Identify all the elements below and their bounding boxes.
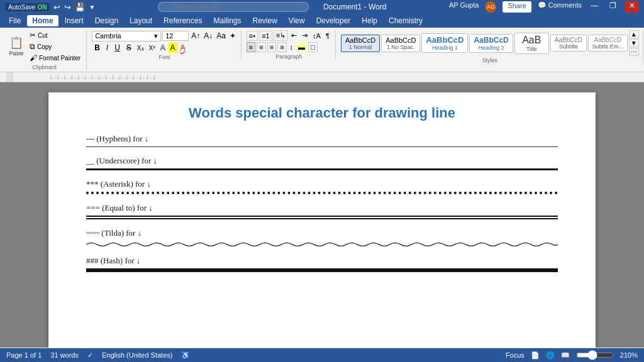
quick-access-more[interactable]: ▼ — [89, 4, 95, 11]
menu-home[interactable]: Home — [27, 15, 58, 26]
style-subtitle[interactable]: AaBbCcD Subtitle — [550, 35, 587, 52]
increase-indent-button[interactable]: ⇥ — [300, 31, 309, 40]
accessibility-icon[interactable]: ♿ — [181, 351, 190, 359]
menu-design[interactable]: Design — [90, 15, 123, 26]
asterisk-label: *** (Asterisk) for ↓ — [86, 179, 558, 189]
line-spacing-button[interactable]: ↕ — [288, 43, 296, 52]
justify-button[interactable]: ≡ — [277, 42, 286, 52]
redo-icon[interactable]: ↪ — [64, 3, 71, 12]
minimize-btn[interactable]: — — [588, 1, 601, 13]
copy-icon: ⧉ — [30, 42, 35, 51]
style-nospace[interactable]: AaBbCcD 1 No Spac. — [381, 35, 420, 52]
italic-button[interactable]: I — [104, 43, 111, 53]
autosave-label: AutoSave — [8, 4, 35, 11]
menu-help[interactable]: Help — [357, 15, 382, 26]
search-input[interactable] — [158, 2, 309, 12]
view-print-icon[interactable]: 📄 — [531, 351, 540, 359]
styles-down-icon[interactable]: ▼ — [629, 39, 639, 47]
menu-review[interactable]: Review — [247, 15, 282, 26]
format-painter-icon: 🖌 — [30, 53, 37, 62]
font-label: Font — [158, 54, 170, 60]
border-button[interactable]: □ — [308, 42, 318, 52]
text-highlight-button[interactable]: A — [169, 43, 177, 53]
tilda-section: ~~~ (Tilda) for ↓ — [86, 228, 558, 247]
title-bar: AutoSave ON ↩ ↪ 💾 ▼ Document1 - Word AP … — [0, 0, 644, 14]
clear-format-icon[interactable]: ✦ — [228, 30, 237, 41]
menu-mailings[interactable]: Mailings — [208, 15, 246, 26]
decrease-indent-button[interactable]: ⇤ — [289, 31, 299, 40]
font-grow-icon[interactable]: A↑ — [190, 30, 201, 41]
save-icon[interactable]: 💾 — [75, 3, 85, 12]
asterisk-section: *** (Asterisk) for ↓ — [86, 179, 558, 194]
font-size-selector[interactable]: 12 — [162, 31, 189, 41]
comments-btn[interactable]: 💬 Comments — [538, 1, 582, 13]
ribbon-paragraph-group: ≡• ≡1 ≡↳ ⇤ ⇥ ↕A ¶ ≡ ≡ ≡ ≡ ↕ ▬ □ Paragrap… — [244, 30, 336, 60]
underline-button[interactable]: U — [112, 43, 123, 53]
sort-button[interactable]: ↕A — [311, 31, 323, 40]
align-center-button[interactable]: ≡ — [257, 42, 265, 52]
font-shrink-icon[interactable]: A↓ — [203, 30, 214, 41]
doc-name: Document1 - Word — [323, 3, 386, 11]
hyphen-label: --- (Hyphens) for ↓ — [86, 134, 558, 144]
user-avatar[interactable]: AG — [485, 1, 496, 13]
menu-insert[interactable]: Insert — [60, 15, 89, 26]
font-case-icon[interactable]: Aa — [215, 30, 227, 41]
style-heading1[interactable]: AaBbCcD Heading 1 — [421, 33, 468, 53]
superscript-button[interactable]: X² — [147, 44, 157, 52]
wavy-container — [86, 241, 558, 247]
shading-button[interactable]: ▬ — [296, 43, 307, 52]
bold-button[interactable]: B — [92, 43, 103, 53]
multilevel-button[interactable]: ≡↳ — [274, 30, 288, 41]
menu-layout[interactable]: Layout — [125, 15, 157, 26]
ribbon-styles-group: AaBbCcD 1 Normal AaBbCcD 1 No Spac. AaBb… — [338, 30, 643, 63]
menu-view[interactable]: View — [284, 15, 310, 26]
align-left-button[interactable]: ≡ — [247, 42, 255, 52]
tilda-label: ~~~ (Tilda) for ↓ — [86, 228, 558, 238]
strikethrough-button[interactable]: S — [124, 43, 134, 53]
numbering-button[interactable]: ≡1 — [259, 31, 272, 41]
focus-label[interactable]: Focus — [506, 351, 525, 359]
undo-icon[interactable]: ↩ — [53, 3, 60, 12]
autosave-state: ON — [37, 4, 47, 11]
font-name-selector[interactable]: Cambria ▾ — [92, 31, 161, 41]
close-btn[interactable]: ✕ — [625, 1, 639, 13]
styles-gallery: AaBbCcD 1 Normal AaBbCcD 1 No Spac. AaBb… — [341, 30, 639, 56]
title-bar-right: AP Gupta AG Share 💬 Comments — ❐ ✕ — [449, 1, 639, 13]
clipboard-label: Clipboard — [32, 64, 57, 70]
style-subtle[interactable]: AaBbCcD Subtle Em... — [588, 35, 628, 52]
menu-developer[interactable]: Developer — [311, 15, 356, 26]
hash-line — [86, 268, 558, 272]
view-read-icon[interactable]: 📖 — [561, 351, 570, 359]
format-label: Format Painter — [39, 55, 80, 62]
styles-more-icon[interactable]: ⋯ — [629, 48, 639, 56]
style-title[interactable]: AaB Title — [514, 33, 549, 54]
format-painter-button[interactable]: 🖌 Format Painter — [28, 53, 82, 63]
show-marks-button[interactable]: ¶ — [324, 31, 331, 40]
menu-file[interactable]: File — [4, 15, 26, 26]
align-right-button[interactable]: ≡ — [267, 42, 276, 52]
subscript-button[interactable]: X₂ — [135, 44, 146, 52]
paste-icon: 📋 — [9, 36, 23, 50]
ruler: |....|....|....|....|....|....|....|....… — [0, 72, 644, 82]
style-normal[interactable]: AaBbCcD 1 Normal — [341, 35, 380, 52]
text-effect-button[interactable]: A — [158, 43, 167, 53]
zoom-slider[interactable] — [576, 350, 614, 360]
menu-chemistry[interactable]: Chemistry — [384, 15, 428, 26]
proofing-icon[interactable]: ✓ — [87, 351, 93, 359]
styles-up-icon[interactable]: ▲ — [629, 30, 639, 38]
paste-button[interactable]: 📋 Paste — [6, 35, 26, 58]
copy-label: Copy — [37, 43, 52, 50]
cut-button[interactable]: ✂ Cut — [28, 30, 82, 40]
font-color-button[interactable]: A — [179, 43, 187, 53]
menu-references[interactable]: References — [158, 15, 207, 26]
wavy-line — [86, 241, 558, 247]
view-web-icon[interactable]: 🌐 — [546, 351, 555, 359]
share-btn[interactable]: Share — [502, 1, 531, 13]
document-page[interactable]: Words special character for drawing line… — [48, 92, 596, 348]
copy-button[interactable]: ⧉ Copy — [28, 41, 82, 52]
autosave-badge[interactable]: AutoSave ON — [5, 3, 50, 11]
restore-btn[interactable]: ❐ — [607, 1, 619, 13]
bullets-button[interactable]: ≡• — [247, 31, 258, 41]
equal-section: === (Equal to) for ↓ — [86, 203, 558, 219]
style-heading2[interactable]: AaBbCcD Heading 2 — [469, 34, 513, 53]
